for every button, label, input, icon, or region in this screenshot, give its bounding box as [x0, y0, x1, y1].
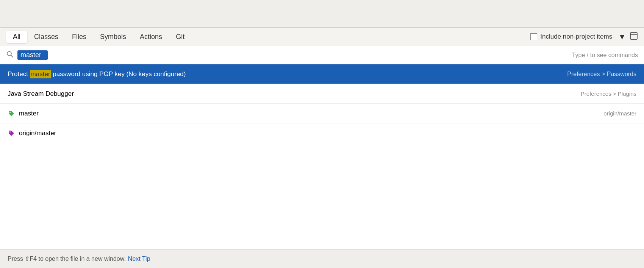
result-item-2-right: Preferences > Plugins	[581, 90, 636, 97]
svg-point-2	[7, 51, 11, 56]
next-tip-link[interactable]: Next Tip	[128, 256, 150, 262]
tab-git[interactable]: Git	[169, 31, 191, 43]
svg-point-4	[9, 112, 11, 113]
svg-rect-0	[630, 33, 637, 39]
top-spacer	[0, 0, 644, 27]
status-bar: Press ⇧F4 to open the file in a new wind…	[0, 249, 644, 268]
tab-actions[interactable]: Actions	[133, 31, 169, 43]
result-item-2-text: Java Stream Debugger	[8, 90, 581, 98]
result-item-2-label: Java Stream Debugger	[8, 90, 74, 98]
result-item-3-text: master	[8, 110, 603, 117]
result-item-1-highlight: master	[30, 70, 51, 78]
toolbar-icons: ▼	[618, 32, 638, 42]
window-icon[interactable]	[630, 32, 638, 42]
svg-line-3	[11, 55, 13, 57]
result-item-3[interactable]: master origin/master	[0, 104, 644, 123]
result-item-1-text-after: password using PGP key (No keys configur…	[51, 70, 186, 78]
tab-all[interactable]: All	[6, 31, 27, 43]
tab-symbols[interactable]: Symbols	[93, 31, 133, 43]
search-bar: master Type / to see commands	[0, 46, 644, 64]
result-item-1-right: Preferences > Passwords	[567, 71, 636, 78]
search-popup: All Classes Files Symbols Actions Git In…	[0, 0, 644, 268]
tab-classes[interactable]: Classes	[27, 31, 65, 43]
result-item-1[interactable]: Protect master password using PGP key (N…	[0, 64, 644, 84]
search-input[interactable]: master	[17, 50, 48, 60]
result-item-1-text-before: Protect	[8, 70, 30, 78]
results-list: Protect master password using PGP key (N…	[0, 64, 644, 249]
result-item-1-text: Protect master password using PGP key (N…	[8, 70, 567, 78]
result-item-4-text: origin/master	[8, 129, 636, 137]
tag-green-icon	[8, 110, 15, 117]
search-icon	[6, 50, 14, 60]
tab-files[interactable]: Files	[65, 31, 93, 43]
filter-icon[interactable]: ▼	[618, 33, 626, 41]
result-item-4[interactable]: origin/master	[0, 123, 644, 143]
search-hint: Type / to see commands	[572, 52, 638, 59]
svg-rect-1	[630, 34, 637, 35]
svg-point-5	[9, 131, 11, 132]
include-non-project-checkbox[interactable]	[530, 33, 537, 40]
include-non-project-container: Include non-project items	[530, 33, 612, 41]
tab-bar: All Classes Files Symbols Actions Git In…	[0, 27, 644, 46]
tip-text: Press ⇧F4 to open the file in a new wind…	[8, 255, 126, 262]
result-item-4-label: origin/master	[19, 129, 56, 137]
result-item-3-label: master	[19, 110, 39, 117]
include-non-project-label: Include non-project items	[540, 33, 612, 41]
result-item-2[interactable]: Java Stream Debugger Preferences > Plugi…	[0, 84, 644, 104]
tag-purple-icon	[8, 129, 15, 137]
result-item-3-right: origin/master	[603, 110, 636, 117]
